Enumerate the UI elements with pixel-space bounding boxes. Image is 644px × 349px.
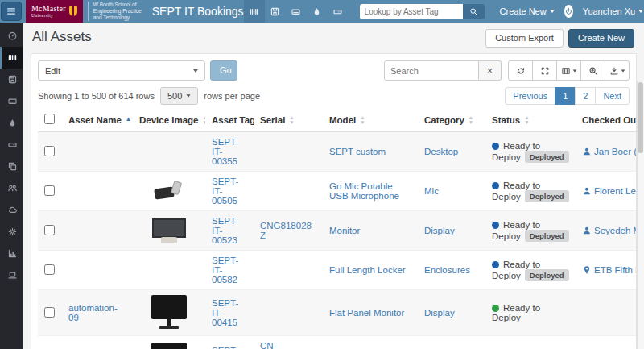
asset-tag-lookup-button[interactable]: [463, 4, 485, 19]
pagination-previous[interactable]: Previous: [505, 87, 555, 105]
bulk-actions-select[interactable]: Edit: [38, 60, 205, 81]
category-link[interactable]: Enclosures: [424, 265, 470, 275]
column-header-label[interactable]: Device Image: [139, 115, 199, 125]
sidebar-item-licenses[interactable]: [0, 69, 23, 90]
row-checkbox[interactable]: [44, 185, 55, 196]
advanced-search-button[interactable]: [580, 60, 605, 81]
device-image[interactable]: [153, 181, 185, 201]
sidebar-item-components[interactable]: [0, 134, 23, 156]
export-button[interactable]: [605, 60, 630, 81]
logout-power-icon[interactable]: [564, 5, 573, 18]
asset-tag-link[interactable]: SEPT-IT-00413: [212, 346, 238, 349]
navbar-quick-components-icon[interactable]: [328, 0, 349, 23]
sidebar-item-people[interactable]: [0, 177, 23, 199]
asset-tag-link[interactable]: SEPT-IT-00582: [212, 256, 238, 285]
sort-icon[interactable]: ▲▼: [469, 115, 473, 125]
category-cell: Enclosures: [418, 251, 485, 290]
pagination-page-2[interactable]: 2: [575, 87, 596, 105]
serial-value: CNG818028Z: [260, 221, 312, 240]
model-link[interactable]: Flat Panel Monitor: [329, 308, 404, 318]
sort-icon[interactable]: ▲▼: [524, 115, 529, 125]
rows-per-page-label: rows per page: [204, 91, 260, 101]
column-header-label[interactable]: Asset Name: [68, 115, 122, 125]
model-link[interactable]: Go Mic Potable USB Microphone: [329, 181, 399, 201]
status-cell: Ready to DeployDeployed: [485, 132, 576, 172]
device-image[interactable]: [151, 218, 188, 243]
model-link[interactable]: Full Length Locker: [329, 265, 406, 275]
model-link[interactable]: SEPT custom: [329, 147, 386, 156]
go-button[interactable]: Go: [210, 60, 237, 81]
table-search-input[interactable]: [384, 60, 479, 81]
fullscreen-button[interactable]: [532, 60, 557, 81]
mcmaster-logo[interactable]: McMaster University: [26, 0, 83, 23]
column-header-label[interactable]: Asset Tag: [212, 115, 254, 125]
asset-tag-link[interactable]: SEPT-IT-00415: [212, 298, 238, 327]
brand-sub: University: [31, 14, 66, 19]
sidebar-item-requestable-cloud[interactable]: [0, 199, 23, 221]
navbar-quick-consumables-icon[interactable]: [307, 0, 328, 23]
sidebar-item-kits[interactable]: [0, 156, 23, 177]
pagination-next[interactable]: Next: [595, 87, 630, 105]
navbar-quick-licenses-icon[interactable]: [265, 0, 286, 23]
table-row: SEPT-IT-00505Go Mic Potable USB Micropho…: [38, 172, 637, 211]
clear-search-button[interactable]: ×: [479, 60, 502, 81]
user-menu[interactable]: Yuanchen Xu: [583, 6, 643, 16]
sort-icon[interactable]: ▲▼: [360, 115, 365, 125]
category-link[interactable]: Display: [424, 308, 455, 318]
sort-icon[interactable]: ▲▼: [203, 115, 205, 125]
sort-icon[interactable]: ▲▼: [289, 115, 294, 125]
model-link[interactable]: Monitor: [329, 226, 360, 235]
asset-tag-link[interactable]: SEPT-IT-00523: [212, 216, 238, 245]
row-checkbox[interactable]: [44, 146, 55, 156]
asset-tag-cell: SEPT-IT-00505: [205, 172, 254, 211]
scrollbar-thumb[interactable]: [638, 82, 643, 153]
columns-button[interactable]: [556, 60, 581, 81]
sidebar-item-dashboard[interactable]: [0, 25, 23, 47]
sidebar-toggle-button[interactable]: [1, 2, 22, 21]
sidebar-item-assets-barcode[interactable]: [0, 47, 23, 69]
sidebar-item-reports-chart[interactable]: [0, 243, 23, 264]
navbar-create-new-menu[interactable]: Create New: [500, 6, 555, 16]
checked-out-to-link[interactable]: Seyedeh Marjan A: [594, 226, 637, 235]
sidebar-item-consumables[interactable]: [0, 112, 23, 134]
sidebar-item-accessories[interactable]: [0, 90, 23, 112]
checked-out-to-link[interactable]: ETB Fifth Floor: [594, 265, 637, 275]
category-link[interactable]: Desktop: [424, 147, 458, 156]
asset-name-link[interactable]: automation-09: [68, 303, 118, 322]
device-image[interactable]: [151, 343, 187, 349]
sidebar-item-asset-models-laptop[interactable]: [0, 264, 23, 286]
vertical-scrollbar[interactable]: [637, 81, 644, 349]
page-size-select[interactable]: 500: [160, 87, 198, 105]
status-cell: Ready to DeployDeployed: [485, 172, 576, 211]
asset-tag-lookup-input[interactable]: [360, 4, 463, 19]
sidebar-item-settings-gear[interactable]: [0, 221, 23, 243]
pagination-page-1[interactable]: 1: [555, 87, 576, 105]
row-checkbox[interactable]: [44, 225, 55, 235]
asset-name-cell: automation-09: [62, 290, 133, 336]
serial-cell: [254, 251, 323, 290]
column-header-label[interactable]: Checked Out To: [582, 115, 637, 125]
asset-tag-link[interactable]: SEPT-IT-00505: [212, 177, 238, 206]
showing-rows-text: Showing 1 to 500 of 614 rows: [38, 91, 155, 101]
category-link[interactable]: Display: [424, 226, 455, 235]
asset-tag-link[interactable]: SEPT-IT-00355: [212, 137, 238, 166]
column-header-label[interactable]: Serial: [260, 115, 285, 125]
navbar-quick-accessories-icon[interactable]: [286, 0, 307, 23]
column-header-label[interactable]: Model: [329, 115, 356, 125]
refresh-button[interactable]: [508, 60, 533, 81]
device-image[interactable]: [151, 295, 187, 330]
navbar-quick-assets-barcode-icon[interactable]: [244, 0, 265, 23]
sort-icon[interactable]: ▲: [126, 117, 131, 123]
components-icon: [7, 139, 18, 150]
row-checkbox[interactable]: [44, 307, 55, 318]
row-checkbox[interactable]: [44, 264, 55, 275]
search-plus-icon: [588, 66, 598, 76]
column-header-label[interactable]: Category: [424, 115, 464, 125]
checked-out-to-link[interactable]: Florent Lefevre-s: [594, 186, 637, 196]
column-header-label[interactable]: Status: [492, 115, 520, 125]
select-all-checkbox[interactable]: [44, 114, 55, 124]
create-new-button[interactable]: Create New: [568, 29, 634, 48]
category-link[interactable]: Mic: [424, 186, 439, 196]
custom-export-button[interactable]: Custom Export: [485, 29, 564, 48]
checked-out-to-link[interactable]: Jan Boer (boerj2): [594, 147, 637, 156]
